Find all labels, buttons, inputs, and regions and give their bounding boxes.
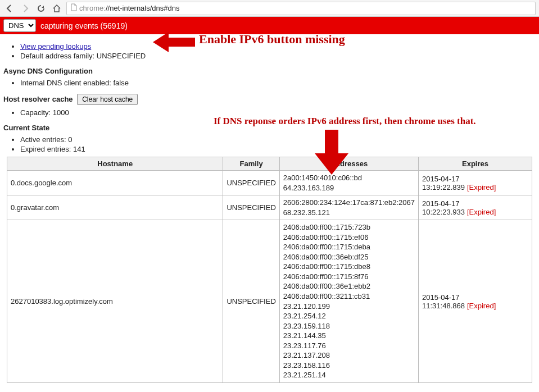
table-row: 0.docs.google.comUNSPECIFIED2a00:1450:40… [7,171,532,195]
cell-addresses: 2606:2800:234:124e:17ca:871:eb2:206768.2… [279,195,418,220]
expires-timestamp: 2015-04-17 11:31:48.868 [422,293,465,310]
list-item: Active entries: 0 [20,135,536,144]
address-line: 23.21.251.14 [283,370,415,380]
address-line: 2606:2800:234:124e:17ca:871:eb2:2067 [283,198,415,208]
annotation-arrow-left [153,30,195,54]
reload-button[interactable] [35,2,47,15]
address-line: 68.232.35.121 [283,208,415,218]
capture-status-text: capturing events (56919) [40,21,128,30]
main-content: View pending lookups Default address fam… [0,34,539,386]
cell-expires: 2015-04-17 11:31:48.868[Expired] [419,220,532,383]
expired-tag: [Expired] [467,302,496,310]
cell-expires: 2015-04-17 10:22:23.933[Expired] [419,195,532,220]
address-line: 2406:da00:ff00::1715:dbe8 [283,262,415,272]
address-bar[interactable]: chrome://net-internals/dns#dns [66,2,536,15]
address-line: 2406:da00:ff00::1715:723b [283,222,415,233]
expired-tag: [Expired] [467,208,496,216]
table-row: 0.gravatar.comUNSPECIFIED2606:2800:234:1… [7,195,532,220]
address-line: 2406:da00:ff00::1715:8f76 [283,272,415,282]
page-icon [70,3,77,13]
clear-host-cache-button[interactable]: Clear host cache [77,94,138,105]
address-line: 23.21.120.199 [283,302,415,312]
expires-timestamp: 2015-04-17 13:19:22.839 [422,175,465,192]
list-item: Default address family: UNSPECIFIED [20,52,536,60]
col-addresses: Addresses [279,157,418,171]
address-line: 23.21.144.35 [283,331,415,341]
current-state-list: Active entries: 0 Expired entries: 141 [20,135,536,153]
list-item: Expired entries: 141 [20,145,536,153]
table-row: 2627010383.log.optimizely.comUNSPECIFIED… [7,220,532,383]
forward-button[interactable] [19,2,31,15]
arrow-down-icon [315,130,348,175]
address-line: 23.23.117.76 [283,341,415,351]
col-family: Family [223,157,279,171]
annotation-text-ipv6-order: If DNS reponse orders IPv6 address first… [214,116,476,127]
address-line: 23.23.158.116 [283,361,415,371]
host-resolver-cache-row: Host resolver cache Clear host cache [3,94,536,105]
cell-family: UNSPECIFIED [223,195,279,220]
async-dns-heading: Async DNS Configuration [3,67,536,75]
address-line: 23.21.254.12 [283,311,415,321]
expired-tag: [Expired] [467,183,496,192]
address-line: 64.233.163.189 [283,183,415,193]
address-line: 2406:da00:ff00::3211:cb31 [283,291,415,302]
table-header-row: Hostname Family Addresses Expires [7,157,532,171]
home-button[interactable] [51,2,63,15]
url-scheme: chrome: [79,4,106,12]
list-item: Internal DNS client enabled: false [20,79,536,87]
address-line: 2406:da00:ff00::36eb:df25 [283,252,415,262]
arrow-left-icon [153,30,195,54]
col-expires: Expires [419,157,532,171]
annotation-arrow-down [315,130,348,176]
cell-expires: 2015-04-17 13:19:22.839[Expired] [419,171,532,195]
address-line: 2406:da00:ff00::1715:ef06 [283,233,415,243]
col-hostname: Hostname [7,157,223,171]
back-button[interactable] [3,2,16,15]
cell-addresses: 2a00:1450:4010:c06::bd64.233.163.189 [279,171,418,195]
address-line: 2406:da00:ff00::36e1:ebb2 [283,281,415,291]
view-pending-lookups-link[interactable]: View pending lookups [20,42,91,51]
section-select[interactable]: DNS [3,19,36,32]
url-path: //net-internals/dns#dns [106,4,180,12]
address-line: 2406:da00:ff00::1715:deba [283,242,415,252]
async-dns-list: Internal DNS client enabled: false [20,79,536,87]
cell-hostname: 0.docs.google.com [7,171,223,195]
annotation-text-missing-button: Enable IPv6 button missing [199,32,345,47]
cell-addresses: 2406:da00:ff00::1715:723b2406:da00:ff00:… [279,220,418,383]
host-resolver-cache-heading: Host resolver cache [3,95,73,103]
address-line: 2a00:1450:4010:c06::bd [283,173,415,183]
cell-family: UNSPECIFIED [223,171,279,195]
cell-family: UNSPECIFIED [223,220,279,383]
cell-hostname: 2627010383.log.optimizely.com [7,220,223,383]
cell-hostname: 0.gravatar.com [7,195,223,220]
url-text: chrome://net-internals/dns#dns [79,4,180,12]
expires-timestamp: 2015-04-17 10:22:23.933 [422,199,465,216]
address-line: 23.23.159.118 [283,321,415,331]
address-line: 23.21.137.208 [283,350,415,361]
dns-cache-table: Hostname Family Addresses Expires 0.docs… [7,157,532,383]
browser-toolbar: chrome://net-internals/dns#dns [0,0,539,17]
